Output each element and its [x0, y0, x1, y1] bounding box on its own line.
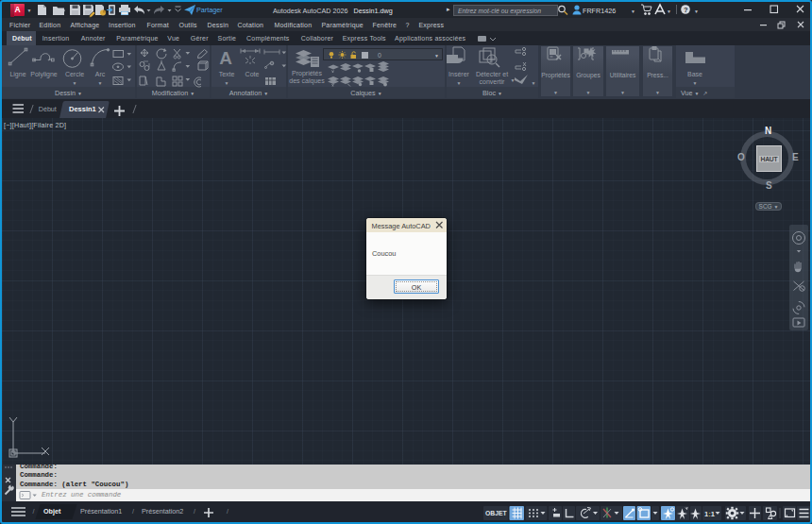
svg-text:OBJET: OBJET — [485, 510, 508, 516]
svg-text:1:1: 1:1 — [704, 510, 715, 518]
svg-text:Partager: Partager — [196, 6, 223, 14]
svg-text:?: ? — [684, 6, 688, 14]
svg-text:A: A — [219, 48, 232, 68]
